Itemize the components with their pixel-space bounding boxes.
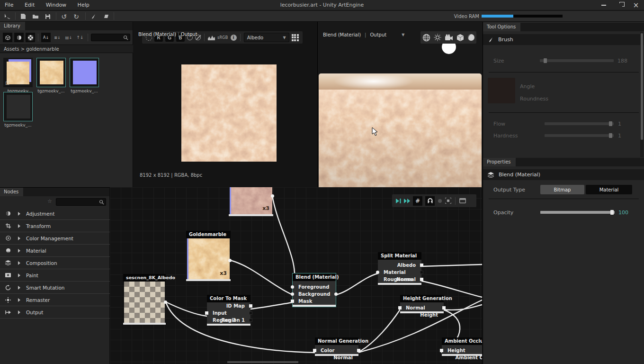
filter-materials-button[interactable] [3,33,12,42]
material-input-port[interactable] [376,271,379,274]
node-split-material[interactable]: Split Material Albedo Material Normal Ro… [378,252,421,285]
grid-snap-toggle[interactable]: # [413,196,422,206]
menu-edit[interactable]: Edit [20,0,39,10]
info-icon[interactable]: i [231,35,237,41]
menu-file[interactable]: File [0,0,18,10]
output-port[interactable] [228,259,232,262]
input-port[interactable] [205,311,208,315]
viewport-3d[interactable]: Blend (Material) | Output ▼ [318,22,482,187]
srgb-toggle[interactable]: sRGB [217,36,228,40]
texture-preview-2d[interactable] [181,64,277,162]
run-all-button[interactable] [404,199,410,203]
node-category-composition[interactable]: Composition [0,257,110,269]
node-category-output[interactable]: Output [0,306,110,318]
node-ambient-occlusion[interactable]: Ambient Occlusion Height Ambient O [442,337,482,361]
expander-icon[interactable] [18,310,20,314]
node-blend-material[interactable]: Blend (Material) Foreground Background M… [292,273,336,307]
node-category-remaster[interactable]: Remaster [0,294,110,306]
library-item-dark[interactable]: tgzmeekv_... [3,92,33,127]
breadcrumb[interactable]: Assets > goldenmarble [0,45,133,53]
node-category-paint[interactable]: Paint [0,269,110,282]
cube-icon[interactable] [456,34,464,42]
library-item-albedo[interactable]: tgzmeekv_... [36,58,66,93]
alpha-channel-icon[interactable] [187,35,193,40]
size-slider[interactable] [540,59,614,62]
save-button[interactable] [43,12,53,21]
tool-options-tab[interactable]: Tool Options [483,23,520,31]
blend-material-section-header[interactable]: Blend (Material) [483,169,644,180]
node-category-transform[interactable]: Transform [0,220,110,232]
light-icon[interactable] [434,34,441,41]
environment-sphere-icon[interactable] [467,34,475,41]
magnet-snap-toggle[interactable] [425,196,435,206]
node-category-adjustment[interactable]: Adjustment [0,208,110,220]
node-normal-generation[interactable]: Normal Generation Color Normal [315,337,358,361]
brush-section-header[interactable]: Brush [483,34,644,45]
hardness-slider-handle[interactable] [609,133,612,138]
scrollbar-thumb[interactable] [641,33,643,140]
roughness-output-port[interactable] [420,278,423,281]
channel-b-button[interactable]: B [176,33,185,42]
library-item-normal[interactable]: tgzmeekv_... [70,58,99,93]
library-search-input[interactable] [91,34,130,41]
node-sescnen-albedo[interactable]: sescnen_8K_Albedo [123,274,166,325]
viewport-3d-output-dropdown[interactable]: Blend (Material) | Output ▼ [323,32,404,37]
node-graph-canvas[interactable]: # x3 Goldenmarble x3 [110,187,482,364]
library-tab[interactable]: Library [0,22,25,30]
node-height-generation[interactable]: Height Generation Normal Height [400,295,444,318]
filter-textures-button[interactable] [26,33,35,42]
expander-icon[interactable] [18,212,20,216]
albedo-output-port[interactable] [420,264,423,267]
expander-icon[interactable] [18,261,20,265]
expander-icon[interactable] [18,249,20,253]
hardness-slider[interactable] [545,134,614,137]
node-category-smart-mutation[interactable]: Smart Mutation [0,282,110,294]
expander-icon[interactable] [18,286,20,290]
new-file-button[interactable] [18,12,28,21]
size-slider-handle[interactable] [544,58,547,63]
sort-type-button[interactable]: ≣↓ [53,33,62,42]
favorites-star-icon[interactable]: ☆ [47,198,52,204]
expander-icon[interactable] [18,224,20,228]
map-select-dropdown[interactable]: Albedo ▼ [244,33,289,42]
node-texture-red[interactable]: x3 [229,187,273,216]
output-port[interactable] [271,194,274,198]
library-item-material[interactable]: ◳ tgzmeekv [3,58,33,93]
rgb-circle-icon[interactable] [146,35,152,41]
graph-horizontal-scrollbar[interactable] [227,361,298,363]
output-port[interactable] [164,300,167,304]
tile-view-icon[interactable] [292,34,299,41]
histogram-icon[interactable] [208,35,215,40]
expander-icon[interactable] [18,273,20,277]
idmap-output-port[interactable] [249,304,252,308]
mask-input-port[interactable] [291,300,294,303]
node-goldenmarble[interactable]: Goldenmarble x3 [186,231,231,281]
no-alpha-icon[interactable] [195,35,201,40]
undo-button[interactable]: ↺ [59,12,69,21]
flow-slider[interactable] [545,122,614,125]
expander-icon[interactable] [18,298,20,302]
sort-direction-button[interactable]: ↑↓ [75,33,85,42]
nodes-search-input[interactable] [56,198,106,206]
sort-alpha-button[interactable]: A↓ [41,33,51,42]
region1-output-port[interactable] [249,311,252,315]
sort-date-button[interactable]: ▤↓ [64,33,73,42]
output-type-material-button[interactable]: Material [586,185,632,194]
minimap-toggle[interactable] [459,198,466,203]
expander-icon[interactable] [18,237,20,240]
opacity-slider[interactable] [540,211,615,214]
height-output-port[interactable] [442,306,446,309]
region2-output-port[interactable] [249,318,252,322]
height-input-port[interactable] [440,349,443,352]
menu-help[interactable]: Help [73,0,94,10]
brush-tool-button[interactable] [88,12,98,21]
transform-tool-button[interactable] [2,12,12,21]
wireframe-globe-icon[interactable] [422,34,430,42]
background-input-port[interactable] [291,292,294,296]
channel-g-button[interactable]: G [165,33,174,42]
open-file-button[interactable] [30,12,41,21]
filter-sphere-button[interactable] [14,33,24,42]
opacity-slider-handle[interactable] [610,210,614,215]
tool-options-scrollbar[interactable] [640,32,644,157]
node-color-to-mask[interactable]: Color To Mask ID Map Input Region 1 Regi… [207,295,250,326]
